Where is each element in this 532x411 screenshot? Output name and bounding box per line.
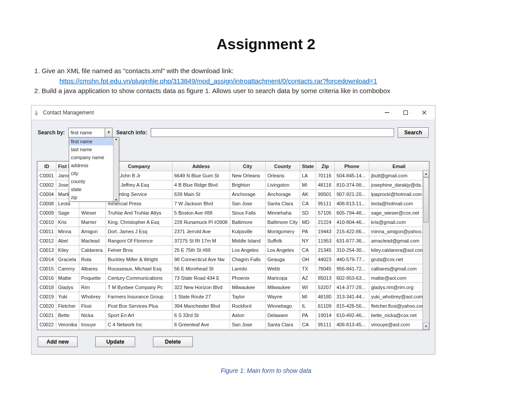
update-button[interactable]: Update bbox=[95, 337, 135, 347]
combo-option[interactable]: city bbox=[69, 169, 119, 177]
combo-option[interactable]: first name bbox=[69, 137, 119, 145]
cell-zip: 11953 bbox=[316, 236, 335, 245]
cell-zip: 19014 bbox=[316, 310, 335, 320]
cell-cnty: Webb bbox=[266, 264, 300, 273]
table-row[interactable]: C0012AbelMacleadRangoni Of Florence37275… bbox=[38, 236, 429, 245]
table-row[interactable]: C0021BetteNickaSport En Art6 S 33rd StAs… bbox=[38, 310, 429, 320]
combo-option[interactable]: company name bbox=[69, 153, 119, 161]
combo-option[interactable]: last name bbox=[69, 145, 119, 153]
table-row[interactable]: C0009SageWieserTruhlar And Truhlar Attys… bbox=[38, 208, 429, 217]
cell-cnty: Suffolk bbox=[266, 236, 300, 245]
cell-addr: 37275 St Rt 17m M bbox=[172, 236, 230, 245]
col-zip[interactable]: Zip bbox=[316, 161, 335, 171]
svg-rect-1 bbox=[404, 110, 408, 114]
cell-city: Brighton bbox=[230, 180, 266, 189]
table-row[interactable]: C0015CammyAlbaresRousseaux, Michael Esq5… bbox=[38, 264, 429, 273]
dropdown-scrollbar[interactable]: ▲ ▼ bbox=[113, 137, 119, 201]
cell-addr: 56 E Morehead St bbox=[172, 264, 230, 273]
cell-addr: 1 State Route 27 bbox=[172, 292, 230, 301]
combo-option[interactable]: state bbox=[69, 185, 119, 193]
table-row[interactable]: C0023WillardKolmetzIngalls, Donald R Esq… bbox=[38, 329, 429, 330]
cell-st: SD bbox=[300, 208, 316, 217]
cell-zip: 48116 bbox=[316, 180, 335, 189]
table-row[interactable]: C0019YukiWhobreyFarmers Insurance Group1… bbox=[38, 292, 429, 301]
scroll-track[interactable] bbox=[423, 177, 429, 323]
cell-comp: Century Communications bbox=[106, 273, 172, 282]
cell-em: vinouye@aol.com bbox=[369, 320, 429, 329]
combo-option[interactable]: county bbox=[69, 177, 119, 185]
table-row[interactable]: C0016MattiePoquetteCentury Communication… bbox=[38, 273, 429, 282]
cell-comp: Sport En Art bbox=[106, 310, 172, 320]
scroll-thumb[interactable] bbox=[423, 177, 429, 223]
maximize-button[interactable] bbox=[397, 107, 415, 118]
col-address[interactable]: Addess bbox=[172, 161, 230, 171]
col-county[interactable]: County bbox=[266, 161, 300, 171]
table-row[interactable]: C0013KileyCaldareraFeiner Bros25 E 75th … bbox=[38, 245, 429, 254]
search-input[interactable] bbox=[151, 128, 394, 137]
table-row[interactable]: C0022VeronikaInouyeC 4 Network Inc6 Gree… bbox=[38, 320, 429, 329]
scroll-up-icon[interactable]: ▲ bbox=[423, 170, 429, 177]
cell-fn: Cammy bbox=[56, 264, 79, 273]
combo-option[interactable]: zip bbox=[69, 193, 119, 201]
combo-option[interactable]: address bbox=[69, 161, 119, 169]
cell-cnty: Winnebago bbox=[266, 301, 300, 310]
table-scrollbar[interactable]: ▲ ▼ bbox=[422, 170, 429, 330]
table-row[interactable]: C0018GladysRimT M Byxbee Company Pc322 N… bbox=[38, 282, 429, 292]
cell-st: CA bbox=[300, 245, 316, 254]
cell-id: C0010 bbox=[38, 217, 56, 227]
cell-zip: 57105 bbox=[316, 208, 335, 217]
table-row[interactable]: C0020FletcherFlosiPost Box Services Plus… bbox=[38, 301, 429, 310]
cell-st: NY bbox=[300, 236, 316, 245]
minimize-button[interactable] bbox=[378, 107, 396, 118]
cell-cnty: Santa Clara bbox=[266, 199, 300, 208]
cell-id: C0020 bbox=[38, 301, 56, 310]
add-new-button[interactable]: Add new bbox=[38, 337, 78, 347]
download-link[interactable]: https://cmshn.fpt.edu.vn/pluginfile.php/… bbox=[59, 77, 377, 85]
cell-fn: Kris bbox=[56, 217, 79, 227]
cell-comp: King, Christopher A Esq bbox=[106, 217, 172, 227]
cell-em: josephine_darakjy@darakjy.org bbox=[369, 180, 429, 189]
table-row[interactable]: C0011MinnaAmigonDorl, James J Esq2371 Je… bbox=[38, 227, 429, 236]
cell-city: Phoenix bbox=[230, 273, 266, 282]
delete-button[interactable]: Delete bbox=[153, 337, 193, 347]
col-email[interactable]: Email bbox=[369, 161, 429, 171]
scroll-down-icon[interactable]: ▼ bbox=[423, 323, 429, 330]
close-button[interactable] bbox=[415, 107, 433, 118]
doc-title: Assignment 2 bbox=[31, 35, 501, 53]
cell-id: C0018 bbox=[38, 282, 56, 292]
col-city[interactable]: City bbox=[230, 161, 266, 171]
cell-cnty: Milwaukee bbox=[266, 282, 300, 292]
col-state[interactable]: State bbox=[300, 161, 316, 171]
cell-id: C0019 bbox=[38, 292, 56, 301]
cell-fn: Veronika bbox=[56, 320, 79, 329]
app-window: Contact Management Search by: bbox=[31, 105, 435, 355]
cell-city: Aston bbox=[230, 310, 266, 320]
chevron-down-icon[interactable]: ▼ bbox=[105, 128, 112, 137]
cell-ph: 440-579-77... bbox=[335, 254, 369, 264]
table-row[interactable]: C0014GracielaRutaBuckley Miller & Wright… bbox=[38, 254, 429, 264]
cell-id: C0023 bbox=[38, 329, 56, 330]
cell-st: WI bbox=[300, 282, 316, 292]
cell-city: Los Angeles bbox=[230, 245, 266, 254]
cell-cnty: Santa Clara bbox=[266, 320, 300, 329]
cell-ph: 310-254-30... bbox=[335, 245, 369, 254]
cell-comp: Rangoni Of Florence bbox=[106, 236, 172, 245]
chevron-up-icon[interactable]: ▲ bbox=[115, 137, 118, 141]
cell-ln: Albares bbox=[79, 264, 106, 273]
chevron-down-icon[interactable]: ▼ bbox=[115, 198, 118, 201]
search-by-combo[interactable]: first name ▼ bbox=[68, 128, 113, 137]
table-row[interactable]: C0010KrisMarrierKing, Christopher A Esq2… bbox=[38, 217, 429, 227]
cell-id: C0011 bbox=[38, 227, 56, 236]
cell-id: C0015 bbox=[38, 264, 56, 273]
col-phone[interactable]: Phone bbox=[335, 161, 369, 171]
cell-cnty: Los Angeles bbox=[266, 245, 300, 254]
col-id[interactable]: ID bbox=[38, 161, 56, 171]
search-button[interactable]: Search bbox=[398, 127, 429, 138]
cell-st: CA bbox=[300, 199, 316, 208]
cell-st: CA bbox=[300, 320, 316, 329]
cell-zip: 95111 bbox=[316, 199, 335, 208]
cell-addr: 639 Main St bbox=[172, 189, 230, 199]
combo-selected-value: first name bbox=[70, 130, 92, 135]
cell-cnty: Livingston bbox=[266, 180, 300, 189]
cell-em: bette_nicka@cox.net bbox=[369, 310, 429, 320]
